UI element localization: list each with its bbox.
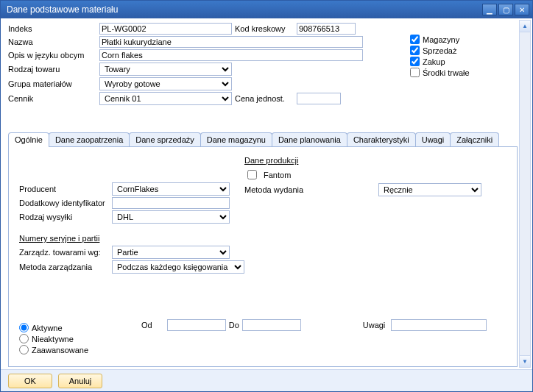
tab-panel-ogolnie: Dane produkcji Fantom Metoda wydania Ręc… <box>8 146 518 367</box>
tab-planowania[interactable]: Dane planowania <box>272 132 347 146</box>
cena-input[interactable] <box>297 93 341 104</box>
metoda-select[interactable]: Podczas każdego księgowania <box>112 260 244 274</box>
anuluj-button[interactable]: Anuluj <box>58 374 102 388</box>
date-remarks-row: Od Do Uwagi <box>141 319 487 331</box>
nazwa-label: Nazwa <box>8 38 96 46</box>
titlebar: Dane podstawowe materiału ▁ ▢ ✕ <box>1 1 532 18</box>
sprzedaz-checkbox[interactable] <box>410 46 420 55</box>
status-radio-group: Aktywne Nieaktywne Zaawansowane <box>19 323 88 356</box>
cennik-label: Cennik <box>8 94 96 103</box>
dodatkowy-input[interactable] <box>112 197 230 209</box>
od-input[interactable] <box>167 319 226 331</box>
flag-checkboxes: Magazyny Sprzedaż Zakup Środki trwałe <box>366 35 518 79</box>
nieaktywne-label: Nieaktywne <box>32 335 74 343</box>
fantom-checkbox[interactable] <box>247 170 257 179</box>
tab-uwagi[interactable]: Uwagi <box>415 132 451 146</box>
producent-label: Producent <box>19 185 107 193</box>
sprzedaz-label: Sprzedaż <box>423 46 456 55</box>
zaawansowane-radio[interactable] <box>19 345 29 354</box>
scroll-up-icon[interactable]: ▲ <box>520 21 530 32</box>
indeks-input[interactable] <box>99 23 232 35</box>
magazyny-label: Magazyny <box>423 35 459 44</box>
tab-ogolnie[interactable]: Ogólnie <box>8 132 49 147</box>
rodzajwysylki-select[interactable]: DHL <box>112 210 230 224</box>
srodki-checkbox[interactable] <box>410 68 420 77</box>
grupa-select[interactable]: Wyroby gotowe <box>99 77 232 90</box>
scroll-down-icon[interactable]: ▼ <box>520 355 530 367</box>
indeks-label: Indeks <box>8 24 96 33</box>
zarzadz-label: Zarządz. towarami wg: <box>19 248 107 257</box>
window-title: Dane podstawowe materiału <box>7 4 481 15</box>
tab-zalaczniki[interactable]: Załączniki <box>450 132 499 146</box>
vertical-scrollbar[interactable]: ▲ ▼ <box>519 20 531 368</box>
grupa-label: Grupa materiałów <box>8 79 96 88</box>
rodzajwysylki-label: Rodzaj wysyłki <box>19 213 107 221</box>
uwagi-input[interactable] <box>391 319 487 331</box>
magazyny-checkbox[interactable] <box>410 35 420 44</box>
close-button[interactable]: ✕ <box>515 4 529 15</box>
nazwa-input[interactable] <box>99 36 363 48</box>
aktywne-radio[interactable] <box>19 323 29 332</box>
zarzadz-select[interactable]: Partie <box>112 246 230 259</box>
tabstrip: Ogólnie Dane zaopatrzenia Dane sprzedaży… <box>8 132 518 146</box>
do-label: Do <box>229 321 239 329</box>
nieaktywne-radio[interactable] <box>19 334 29 343</box>
rodzaj-select[interactable]: Towary <box>99 63 232 76</box>
fantom-label: Fantom <box>264 171 291 179</box>
numery-title: Numery seryjne i partii <box>19 234 506 243</box>
tab-sprzedazy[interactable]: Dane sprzedaży <box>129 132 201 146</box>
tab-zaopatrzenia[interactable]: Dane zaopatrzenia <box>49 132 130 146</box>
header-form: Indeks Kod kreskowy Magazyny Sprzedaż Za… <box>8 23 518 105</box>
material-master-window: Dane podstawowe materiału ▁ ▢ ✕ Indeks K… <box>0 0 533 392</box>
producent-select[interactable]: CornFlakes <box>112 182 230 196</box>
daneprod-title: Dane produkcji <box>244 156 481 165</box>
production-block: Dane produkcji Fantom Metoda wydania Ręc… <box>244 152 481 198</box>
opis-input[interactable] <box>99 49 363 61</box>
cena-label: Cena jednost. <box>235 94 294 103</box>
minimize-button[interactable]: ▁ <box>482 4 497 15</box>
metoda-label: Metoda zarządzania <box>19 263 107 271</box>
content-area: Indeks Kod kreskowy Magazyny Sprzedaż Za… <box>1 18 532 369</box>
uwagi-label: Uwagi <box>363 321 386 329</box>
tab-magazynu[interactable]: Dane magazynu <box>200 132 272 146</box>
metodawyd-label: Metoda wydania <box>244 185 325 194</box>
do-input[interactable] <box>242 319 301 331</box>
footer: OK Anuluj <box>1 369 532 391</box>
cennik-select[interactable]: Cennik 01 <box>99 92 232 105</box>
srodki-label: Środki trwałe <box>423 68 470 77</box>
aktywne-label: Aktywne <box>32 324 63 332</box>
rodzaj-label: Rodzaj towaru <box>8 65 96 74</box>
metodawyd-select[interactable]: Ręcznie <box>378 183 481 196</box>
od-label: Od <box>141 321 152 329</box>
zakup-label: Zakup <box>423 57 445 66</box>
dodatkowy-label: Dodatkowy identyfikator <box>19 199 107 207</box>
ok-button[interactable]: OK <box>8 374 52 388</box>
maximize-button[interactable]: ▢ <box>498 4 513 15</box>
zakup-checkbox[interactable] <box>410 57 420 66</box>
zaawansowane-label: Zaawansowane <box>32 346 88 354</box>
kod-label: Kod kreskowy <box>235 24 294 33</box>
kod-input[interactable] <box>297 23 356 35</box>
tab-charakterystyki[interactable]: Charakterystyki <box>347 132 416 146</box>
opis-label: Opis w języku obcym <box>8 51 96 60</box>
